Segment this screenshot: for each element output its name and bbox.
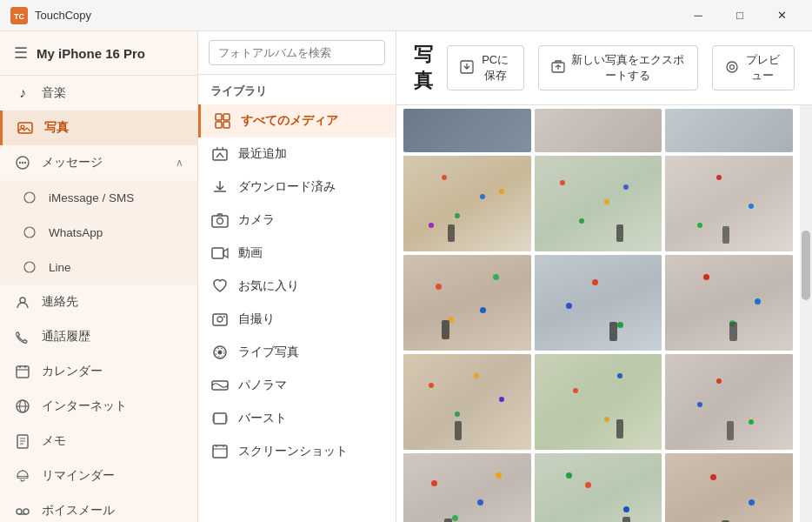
photo-thumb-partial-1[interactable]: [403, 109, 531, 152]
save-icon: [460, 60, 474, 77]
save-btn-label: PCに保存: [479, 52, 511, 84]
sidebar-item-voicemail[interactable]: ボイスメール: [0, 493, 197, 522]
photo-thumb-11[interactable]: [535, 453, 662, 522]
sidebar-item-calendar[interactable]: カレンダー: [0, 354, 197, 389]
library-item-selfies[interactable]: 自撮り: [198, 303, 396, 336]
export-new-button[interactable]: 新しい写真をエクスポートする: [538, 45, 697, 90]
library-label-burst: バースト: [238, 411, 287, 426]
preview-button[interactable]: プレビュー: [712, 45, 795, 90]
photo-thumb-9[interactable]: [665, 354, 793, 450]
search-input[interactable]: [209, 40, 385, 65]
selfies-icon: [210, 310, 230, 329]
svg-rect-21: [223, 114, 230, 120]
sidebar-item-calls[interactable]: 通話履歴: [0, 319, 197, 354]
library-item-camera[interactable]: カメラ: [198, 204, 396, 237]
partial-row: [403, 109, 793, 152]
library-item-burst[interactable]: バースト: [198, 402, 396, 435]
library-item-favorites[interactable]: お気に入り: [198, 270, 396, 303]
library-item-live[interactable]: ライブ写真: [198, 336, 396, 369]
photo-thumb-partial-3[interactable]: [665, 109, 793, 152]
right-scrollbar[interactable]: [800, 105, 812, 522]
sidebar-item-imessage[interactable]: iMessage / SMS: [0, 180, 197, 215]
sidebar-sub-messages: iMessage / SMS WhatsApp: [0, 180, 197, 284]
titlebar-left: TC TouchCopy: [10, 7, 91, 24]
svg-rect-28: [213, 314, 227, 325]
library-item-videos[interactable]: 動画: [198, 237, 396, 270]
titlebar-controls: ─ □ ✕: [678, 0, 802, 31]
library-label: ライブラリ: [198, 75, 396, 104]
maximize-button[interactable]: □: [720, 0, 760, 31]
app-icon: TC: [10, 7, 28, 24]
screenshots-icon: [210, 442, 230, 461]
sidebar-item-whatsapp[interactable]: WhatsApp: [0, 215, 197, 250]
svg-rect-35: [214, 413, 226, 424]
svg-rect-37: [226, 415, 228, 422]
minimize-button[interactable]: ─: [678, 0, 718, 31]
svg-point-7: [24, 162, 26, 164]
library-label-downloaded: ダウンロード済み: [238, 179, 336, 195]
photo-thumb-12[interactable]: [665, 453, 793, 522]
sidebar-item-music[interactable]: ♪ 音楽: [0, 76, 197, 110]
library-label-selfies: 自撮り: [238, 311, 275, 327]
photo-row-1: [403, 156, 793, 251]
sidebar-item-reminders[interactable]: リマインダー: [0, 458, 197, 493]
photo-thumb-10[interactable]: [403, 453, 531, 522]
svg-point-32: [218, 351, 223, 355]
library-item-all-media[interactable]: すべてのメディア: [198, 104, 396, 137]
sidebar-item-line[interactable]: Line: [0, 250, 197, 284]
photo-thumb-5[interactable]: [535, 255, 662, 351]
photo-thumb-1[interactable]: [403, 156, 531, 251]
content-area: ライブラリ すべてのメディア: [198, 31, 812, 522]
photo-thumb-8[interactable]: [535, 354, 662, 450]
sidebar-item-notes[interactable]: メモ: [0, 424, 197, 458]
downloaded-icon: [210, 177, 230, 197]
preview-icon: [725, 60, 739, 77]
photo-thumb-2[interactable]: [535, 156, 662, 251]
photos-title: 写真: [414, 42, 433, 94]
svg-rect-24: [213, 150, 227, 160]
save-to-pc-button[interactable]: PCに保存: [447, 45, 524, 90]
library-label-favorites: お気に入り: [238, 278, 299, 294]
sidebar-item-internet[interactable]: インターネット: [0, 389, 197, 424]
library-item-screenshots[interactable]: スクリーンショット: [198, 435, 396, 468]
sidebar-header: ☰ My iPhone 16 Pro: [0, 31, 197, 76]
close-button[interactable]: ✕: [762, 0, 802, 31]
library-item-recents[interactable]: 最近追加: [198, 137, 396, 171]
svg-rect-36: [212, 415, 214, 422]
library-item-downloaded[interactable]: ダウンロード済み: [198, 171, 396, 204]
sidebar-menu-icon[interactable]: ☰: [14, 44, 28, 63]
library-items: すべてのメディア 最近追加: [198, 104, 396, 522]
sidebar-item-contacts[interactable]: 連絡先: [0, 284, 197, 319]
calendar-icon: [14, 363, 31, 380]
svg-point-29: [217, 317, 223, 322]
recents-icon: [210, 144, 230, 164]
whatsapp-icon: [21, 224, 38, 241]
sidebar-item-messages[interactable]: メッセージ ∧: [0, 145, 197, 180]
library-item-panorama[interactable]: パノラマ: [198, 369, 396, 402]
sidebar-label-voicemail: ボイスメール: [42, 503, 183, 519]
photo-thumb-4[interactable]: [403, 255, 531, 351]
device-name: My iPhone 16 Pro: [37, 46, 145, 61]
sidebar-label-internet: インターネット: [42, 398, 183, 414]
internet-icon: [14, 398, 31, 415]
photo-thumb-7[interactable]: [403, 354, 531, 450]
library-label-camera: カメラ: [238, 212, 275, 228]
sidebar-label-imessage: iMessage / SMS: [49, 191, 183, 204]
svg-point-26: [217, 218, 223, 224]
photo-thumb-6[interactable]: [665, 255, 793, 351]
library-label-recents: 最近追加: [238, 146, 287, 162]
svg-point-17: [17, 509, 22, 514]
sidebar-items: ♪ 音楽 写真: [0, 76, 197, 522]
main-layout: ☰ My iPhone 16 Pro ♪ 音楽 写真: [0, 31, 812, 522]
library-label-screenshots: スクリーンショット: [238, 444, 348, 459]
svg-rect-38: [213, 445, 227, 458]
titlebar: TC TouchCopy ─ □ ✕: [0, 0, 812, 31]
photo-thumb-3[interactable]: [665, 156, 793, 251]
photos-scroll-area[interactable]: [396, 105, 800, 522]
sidebar-label-photos: 写真: [44, 120, 183, 136]
camera-icon: [210, 211, 230, 230]
svg-point-5: [19, 162, 21, 164]
sidebar-item-photos[interactable]: 写真: [0, 110, 197, 145]
photo-thumb-partial-2[interactable]: [535, 109, 662, 152]
contacts-icon: [14, 293, 31, 311]
